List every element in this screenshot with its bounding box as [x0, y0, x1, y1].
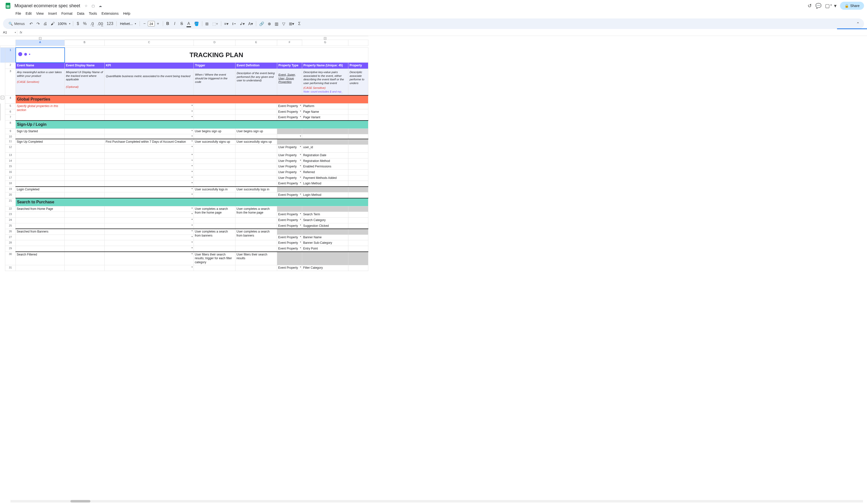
- row-header-31[interactable]: 31: [5, 265, 16, 271]
- cell-F25[interactable]: Event Property: [277, 223, 302, 229]
- functions-button[interactable]: Σ: [296, 21, 303, 27]
- cell-F17[interactable]: User Property: [277, 175, 302, 181]
- row-header-1[interactable]: 1: [5, 48, 16, 63]
- undo-button[interactable]: ↶: [28, 21, 34, 27]
- cell-F13[interactable]: User Property: [277, 153, 302, 158]
- cell-F15[interactable]: User Property: [277, 164, 302, 170]
- col-header-d[interactable]: D: [194, 40, 235, 46]
- cell-G14[interactable]: Registration Method: [302, 158, 348, 164]
- comments-icon[interactable]: 💬: [815, 3, 822, 9]
- rotate-button[interactable]: A▾: [247, 21, 255, 27]
- cell-G13[interactable]: Registration Date: [302, 153, 348, 158]
- row-header-11[interactable]: 11: [5, 139, 16, 145]
- cell-B2[interactable]: Event Display Name: [65, 63, 105, 69]
- row-header-7[interactable]: 7: [5, 115, 16, 121]
- history-icon[interactable]: ↺: [807, 3, 812, 9]
- menu-view[interactable]: View: [34, 10, 46, 17]
- cell-G3[interactable]: Descriptive key-value pairs associated t…: [302, 69, 348, 95]
- select-all-corner[interactable]: [0, 36, 16, 46]
- chart-button[interactable]: ▥: [273, 21, 280, 27]
- cell-G15[interactable]: Enabled Permissions: [302, 164, 348, 170]
- cell-G7[interactable]: Page Variant: [302, 115, 348, 121]
- cell-G18[interactable]: Login Method: [302, 181, 348, 187]
- row-header-13[interactable]: 13: [5, 153, 16, 158]
- cell-H2[interactable]: Property: [348, 63, 368, 69]
- cell-A11[interactable]: Sign Up Completed: [16, 139, 65, 145]
- comment-button[interactable]: ⊕: [266, 21, 273, 27]
- cell-G16[interactable]: Referred: [302, 170, 348, 175]
- cell-G6[interactable]: Page Name: [302, 109, 348, 115]
- meet-icon[interactable]: ▢⁺ ▾: [825, 3, 836, 9]
- cell-F23[interactable]: Event Property: [277, 212, 302, 218]
- menu-data[interactable]: Data: [75, 10, 86, 17]
- filter-views-button[interactable]: ⊞▾: [287, 21, 296, 27]
- cell-G2[interactable]: Property Name (Unique: 45): [302, 63, 348, 69]
- cell-B3[interactable]: Mixpanel UI Display Name of the tracked …: [65, 69, 105, 95]
- cell-G23[interactable]: Search Term: [302, 212, 348, 218]
- row-header-14[interactable]: 14: [5, 158, 16, 164]
- cell-F28[interactable]: Event Property: [277, 240, 302, 246]
- cell-G12[interactable]: user_id: [302, 145, 348, 153]
- cell-G28[interactable]: Banner Sub-Category: [302, 240, 348, 246]
- row-header-4[interactable]: 4: [5, 95, 16, 103]
- menu-format[interactable]: Format: [60, 10, 74, 17]
- cell-F7[interactable]: Event Property: [277, 115, 302, 121]
- cell-G24[interactable]: Search Category: [302, 218, 348, 223]
- format-percent-button[interactable]: %: [82, 21, 88, 27]
- move-icon[interactable]: ▢: [90, 4, 96, 8]
- row-header-10[interactable]: 10: [5, 134, 16, 139]
- star-icon[interactable]: ☆: [84, 4, 89, 8]
- cell-D2[interactable]: Trigger: [194, 63, 235, 69]
- menu-file[interactable]: File: [13, 10, 23, 17]
- horizontal-scrollbar[interactable]: [10, 500, 863, 503]
- row-header-16[interactable]: 16: [5, 170, 16, 175]
- share-button[interactable]: 🔒 Share: [840, 2, 864, 10]
- cell-C3[interactable]: Quantifiable business metric associated …: [105, 69, 194, 95]
- search-menus[interactable]: 🔍 Menus: [6, 21, 27, 27]
- col-group-toggle[interactable]: −: [39, 37, 41, 40]
- cell-A9[interactable]: Sign Up Started: [16, 129, 65, 134]
- row-header-8[interactable]: 8: [5, 121, 16, 129]
- decrease-font-button[interactable]: −: [141, 21, 148, 27]
- cell-F3[interactable]: Event, Super, User, Group Properties: [277, 69, 302, 95]
- cell-F24[interactable]: Event Property: [277, 218, 302, 223]
- print-button[interactable]: 🖨: [42, 21, 49, 27]
- cell-F29[interactable]: Event Property: [277, 246, 302, 252]
- menu-extensions[interactable]: Extensions: [99, 10, 120, 17]
- row-header-27[interactable]: 27: [5, 234, 16, 240]
- row-header-18[interactable]: 18: [5, 181, 16, 187]
- collapse-toolbar-button[interactable]: ⌃: [855, 21, 861, 27]
- row-header-5[interactable]: 5: [5, 103, 16, 109]
- bold-button[interactable]: B: [164, 21, 171, 27]
- cell-A2[interactable]: Event Name: [16, 63, 65, 69]
- cell-A19[interactable]: Login Completed: [16, 187, 65, 193]
- redo-button[interactable]: ↷: [35, 21, 41, 27]
- row-header-28[interactable]: 28: [5, 240, 16, 246]
- format-currency-button[interactable]: $: [75, 21, 81, 27]
- cell-F5[interactable]: Event Property: [277, 103, 302, 109]
- col-header-f[interactable]: F: [277, 40, 302, 46]
- more-formats-button[interactable]: 123: [105, 21, 115, 27]
- text-color-button[interactable]: A: [185, 21, 192, 27]
- cell-D30[interactable]: User filters their search results; trigg…: [194, 252, 235, 265]
- row-header-21[interactable]: 21: [5, 198, 16, 206]
- cell-D11[interactable]: User successfully signs up: [194, 139, 235, 145]
- row-header-20[interactable]: 20: [5, 193, 16, 198]
- row-header-6[interactable]: 6: [5, 109, 16, 115]
- cell-E19[interactable]: User successfully logs in: [235, 187, 277, 193]
- valign-button[interactable]: ⫾▾: [231, 21, 237, 27]
- row-header-29[interactable]: 29: [5, 246, 16, 252]
- cell-section-global[interactable]: Global Properties: [16, 95, 368, 103]
- row-header-9[interactable]: 9: [5, 129, 16, 134]
- document-title[interactable]: Mixpanel ecommerce spec sheet: [13, 3, 82, 9]
- cell-F12[interactable]: User Property: [277, 145, 302, 153]
- cell-F27[interactable]: Event Property: [277, 234, 302, 240]
- cell-C11[interactable]: First Purchase Completed within 7 Days o…: [105, 139, 194, 145]
- cell-D22[interactable]: User completes a search from the home pa…: [194, 206, 235, 217]
- menu-help[interactable]: Help: [121, 10, 132, 17]
- col-header-a[interactable]: A: [16, 40, 65, 46]
- row-group-toggle[interactable]: −: [1, 96, 4, 99]
- filter-button[interactable]: ▽: [280, 21, 287, 27]
- cell-F16[interactable]: User Property: [277, 170, 302, 175]
- cell-E11[interactable]: User successfully signs up: [235, 139, 277, 145]
